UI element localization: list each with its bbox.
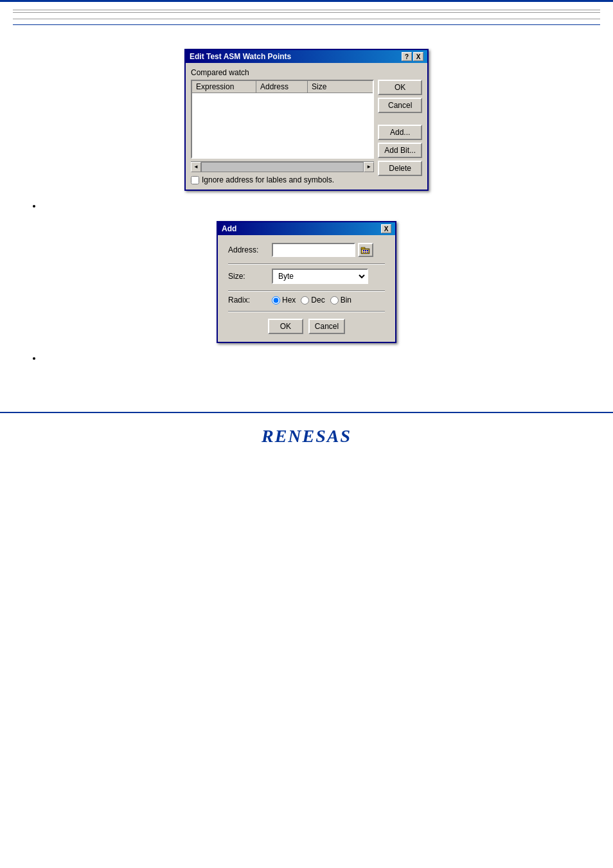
expression-column: Expression xyxy=(192,81,256,93)
add-dialog-container: Add X Address: xyxy=(13,221,600,343)
svg-rect-1 xyxy=(361,247,365,249)
svg-rect-7 xyxy=(365,252,366,252)
header-section xyxy=(0,10,613,27)
help-button[interactable]: ? xyxy=(402,52,412,61)
radix-radio-group: Hex Dec Bin xyxy=(272,296,351,305)
titlebar-buttons: ? X xyxy=(402,52,423,61)
radix-field-row: Radix: Hex Dec Bin xyxy=(228,296,385,305)
bullet-2 xyxy=(32,353,600,363)
svg-rect-5 xyxy=(367,250,368,251)
close-button[interactable]: X xyxy=(413,52,423,61)
browse-button[interactable] xyxy=(358,243,373,257)
scroll-right-button[interactable]: ► xyxy=(364,162,374,172)
renesas-logo: RENESAS xyxy=(262,426,351,447)
separator-2 xyxy=(228,290,385,292)
edit-dialog-left: Expression Address Size xyxy=(191,80,374,184)
add-dialog-title: Add xyxy=(222,224,236,233)
footer: RENESAS xyxy=(0,412,613,459)
bullet-1 xyxy=(32,201,600,211)
edit-dialog-right: OK Cancel Add... Add Bit... Delete xyxy=(378,80,422,184)
add-ok-button[interactable]: OK xyxy=(268,319,303,334)
edit-dialog-titlebar: Edit Test ASM Watch Points ? X xyxy=(186,50,427,63)
address-field-label: Address: xyxy=(228,245,267,254)
ignore-address-input[interactable] xyxy=(191,176,199,184)
listview-body xyxy=(192,93,373,157)
size-column: Size xyxy=(308,81,346,93)
add-dialog-body: Address: xyxy=(218,235,395,342)
svg-rect-8 xyxy=(367,252,368,252)
add-dialog-titlebar: Add X xyxy=(218,222,395,235)
add-titlebar-buttons: X xyxy=(381,224,391,233)
edit-dialog-layout: Expression Address Size xyxy=(191,80,422,184)
edit-dialog-title: Edit Test ASM Watch Points xyxy=(190,52,291,61)
ok-button[interactable]: OK xyxy=(378,80,422,95)
size-field-label: Size: xyxy=(228,272,267,281)
delete-button[interactable]: Delete xyxy=(378,161,422,176)
svg-rect-4 xyxy=(365,250,366,251)
cancel-button[interactable]: Cancel xyxy=(378,98,422,113)
address-input[interactable] xyxy=(272,243,355,257)
add-cancel-button[interactable]: Cancel xyxy=(308,319,345,334)
bin-radio[interactable] xyxy=(330,296,339,305)
gray-line-3 xyxy=(13,19,600,19)
radix-field-label: Radix: xyxy=(228,296,267,305)
hex-label: Hex xyxy=(282,296,296,305)
svg-rect-6 xyxy=(363,252,364,252)
add-button[interactable]: Add... xyxy=(378,125,422,140)
horizontal-scrollbar[interactable]: ◄ ► xyxy=(191,161,374,172)
hex-radio[interactable] xyxy=(272,296,280,305)
browse-icon xyxy=(360,245,371,254)
dec-radio-option: Dec xyxy=(301,296,324,305)
dec-label: Dec xyxy=(311,296,324,305)
add-bit-button[interactable]: Add Bit... xyxy=(378,143,422,158)
bullet-item-1 xyxy=(42,201,600,211)
watch-listview: Expression Address Size xyxy=(191,80,374,159)
svg-rect-3 xyxy=(363,250,364,251)
gray-line-2 xyxy=(13,12,600,13)
address-field-row: Address: xyxy=(228,243,385,257)
scroll-track[interactable] xyxy=(201,162,364,172)
ignore-address-label: Ignore address for lables and symbols. xyxy=(202,175,334,184)
separator-1 xyxy=(228,263,385,265)
bin-radio-option: Bin xyxy=(330,296,351,305)
edit-dialog-container: Edit Test ASM Watch Points ? X Compared … xyxy=(13,49,600,191)
add-dialog-bottom-buttons: OK Cancel xyxy=(228,319,385,334)
top-blue-line xyxy=(0,0,613,2)
listview-header: Expression Address Size xyxy=(192,81,373,93)
address-column: Address xyxy=(256,81,308,93)
compared-watch-label: Compared watch xyxy=(191,68,422,77)
bin-label: Bin xyxy=(341,296,351,305)
address-input-row xyxy=(272,243,373,257)
scroll-left-button[interactable]: ◄ xyxy=(191,162,201,172)
size-select[interactable]: Byte Word DWord xyxy=(272,269,368,284)
dec-radio[interactable] xyxy=(301,296,309,305)
edit-dialog-body: Compared watch Expression Address xyxy=(186,63,427,190)
nav-row xyxy=(13,23,600,25)
gray-line-1 xyxy=(13,10,600,10)
size-field-row: Size: Byte Word DWord xyxy=(228,269,385,284)
add-dialog: Add X Address: xyxy=(217,221,396,343)
content-area: Edit Test ASM Watch Points ? X Compared … xyxy=(0,32,613,386)
add-close-button[interactable]: X xyxy=(381,224,391,233)
hex-radio-option: Hex xyxy=(272,296,296,305)
bullet-item-2 xyxy=(42,353,600,363)
separator-3 xyxy=(228,311,385,312)
ignore-address-checkbox[interactable]: Ignore address for lables and symbols. xyxy=(191,175,374,184)
edit-dialog: Edit Test ASM Watch Points ? X Compared … xyxy=(184,49,429,191)
